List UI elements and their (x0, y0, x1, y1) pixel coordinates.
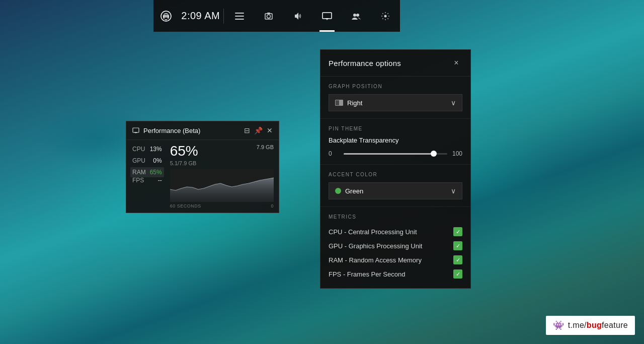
fps-value: -- (158, 176, 162, 185)
metrics-section: METRICS CPU - Central Processing Unit ✓ … (320, 207, 470, 288)
ram-metric: RAM 65% (130, 167, 164, 178)
position-icon (335, 100, 343, 106)
options-panel-title: Performance options (329, 59, 401, 67)
xbox-icon[interactable] (153, 0, 179, 32)
svg-point-7 (267, 15, 271, 18)
cpu-metric: CPU 13% (132, 145, 162, 154)
cpu-metric-toggle: CPU - Central Processing Unit ✓ (329, 225, 462, 239)
bugfeature-text: t.me/bugfeature (568, 321, 628, 330)
gpu-label: GPU (132, 157, 145, 165)
ram-checkbox[interactable]: ✓ (453, 255, 462, 264)
transparency-slider-container: 0 100 (329, 150, 462, 157)
gpu-metric-label: GPU - Graphics Processing Unit (329, 242, 422, 250)
cpu-value: 13% (150, 145, 162, 154)
pin-button[interactable]: 📌 (254, 126, 263, 134)
accent-color-dot (335, 188, 341, 194)
gpu-metric-toggle: GPU - Graphics Processing Unit ✓ (329, 239, 462, 253)
svg-point-13 (356, 14, 359, 17)
accent-color-section: Accent Color Green ∨ (320, 165, 470, 207)
svg-point-2 (166, 14, 169, 18)
accent-color-value: Green (345, 187, 363, 195)
perf-icon (132, 127, 139, 133)
bugfeature-icon: 👾 (553, 320, 564, 331)
pin-theme-label: PIN THEME (329, 126, 462, 131)
svg-rect-5 (235, 19, 244, 20)
svg-rect-9 (323, 13, 332, 19)
svg-point-1 (164, 14, 166, 18)
slider-max-value: 100 (452, 150, 462, 157)
perf-percent: 65% (170, 144, 198, 158)
performance-panel: Performance (Beta) ⊟ 📌 ✕ CPU 13% GPU 0% … (126, 121, 279, 213)
svg-rect-3 (235, 13, 244, 14)
taskbar-icon-group (225, 0, 400, 32)
perf-panel-body: CPU 13% GPU 0% RAM 65% FPS -- 65% 7.9 GB… (126, 140, 279, 213)
dropdown-left: Right (335, 99, 362, 107)
accent-color-label: Accent Color (329, 172, 462, 177)
svg-point-12 (353, 14, 356, 17)
perf-graph-canvas (170, 169, 274, 202)
capture-icon[interactable] (254, 0, 283, 32)
fps-metric-toggle: FPS - Frames Per Second ✓ (329, 267, 462, 281)
accent-color-chevron: ∨ (451, 187, 456, 195)
accent-color-dropdown[interactable]: Green ∨ (329, 182, 462, 199)
fps-checkbox[interactable]: ✓ (453, 269, 462, 279)
options-panel-header: Performance options × (320, 50, 470, 77)
options-close-button[interactable]: × (450, 57, 462, 69)
graph-position-chevron: ∨ (451, 99, 456, 107)
slider-min-value: 0 (329, 150, 339, 157)
perf-panel-title-area: Performance (Beta) (132, 127, 200, 134)
svg-point-14 (384, 15, 387, 17)
ram-label: RAM (132, 168, 146, 177)
bugfeature-badge: 👾 t.me/bugfeature (546, 316, 635, 335)
svg-rect-8 (267, 13, 270, 14)
perf-memory: 7.9 GB (257, 144, 274, 150)
taskbar: 2:09 AM (153, 0, 400, 32)
backplate-transparency-label: Backplate Transparency (329, 136, 462, 144)
settings-button[interactable]: ⊟ (244, 126, 250, 134)
accent-dropdown-left: Green (335, 187, 363, 195)
perf-memory-detail: 5.1/7.9 GB (170, 160, 274, 166)
svg-rect-4 (235, 16, 244, 17)
graph-end-label: 0 (271, 203, 274, 209)
options-panel-body: GRAPH POSITION Right ∨ PIN THEME Backpla… (320, 77, 470, 288)
close-panel-button[interactable]: ✕ (267, 126, 273, 134)
graph-time-label: 60 SECONDS (170, 203, 201, 209)
ram-metric-toggle: RAM - Random Access Memory ✓ (329, 253, 462, 267)
graph-position-section: GRAPH POSITION Right ∨ (320, 77, 470, 119)
slider-fill (344, 153, 434, 155)
graph-position-label: GRAPH POSITION (329, 84, 462, 89)
graph-position-value: Right (347, 99, 362, 107)
pin-theme-section: PIN THEME Backplate Transparency 0 100 (320, 119, 470, 165)
gpu-value: 0% (153, 157, 162, 165)
graph-footer: 60 SECONDS 0 (170, 203, 274, 209)
ram-value: 65% (150, 168, 162, 177)
slider-thumb[interactable] (431, 151, 437, 157)
settings-icon[interactable] (371, 0, 400, 32)
perf-panel-title: Performance (Beta) (143, 127, 200, 134)
perf-panel-header: Performance (Beta) ⊟ 📌 ✕ (126, 121, 279, 140)
taskbar-divider (223, 9, 224, 24)
svg-rect-15 (133, 128, 139, 132)
ram-metric-label: RAM - Random Access Memory (329, 256, 422, 264)
perf-panel-actions: ⊟ 📌 ✕ (244, 126, 273, 134)
icon-left-half (336, 100, 339, 105)
gpu-metric: GPU 0% (132, 157, 162, 165)
bugfeature-bold: bug (587, 321, 602, 329)
cpu-checkbox[interactable]: ✓ (453, 227, 462, 236)
menu-icon[interactable] (225, 0, 254, 32)
performance-options-panel: Performance options × GRAPH POSITION Rig… (320, 49, 471, 289)
icon-right-half (339, 100, 343, 105)
cpu-metric-label: CPU - Central Processing Unit (329, 228, 417, 236)
fps-metric: FPS -- (132, 176, 162, 185)
audio-icon[interactable] (283, 0, 312, 32)
cpu-label: CPU (132, 145, 145, 154)
gpu-checkbox[interactable]: ✓ (453, 241, 462, 250)
perf-graph-header: 65% 7.9 GB (170, 144, 274, 158)
metrics-section-label: METRICS (329, 214, 462, 220)
taskbar-clock: 2:09 AM (179, 10, 222, 22)
fps-metric-label: FPS - Frames Per Second (329, 270, 405, 278)
transparency-slider[interactable] (344, 153, 447, 155)
display-icon[interactable] (312, 0, 342, 32)
graph-position-dropdown[interactable]: Right ∨ (329, 94, 462, 111)
group-icon[interactable] (342, 0, 371, 32)
